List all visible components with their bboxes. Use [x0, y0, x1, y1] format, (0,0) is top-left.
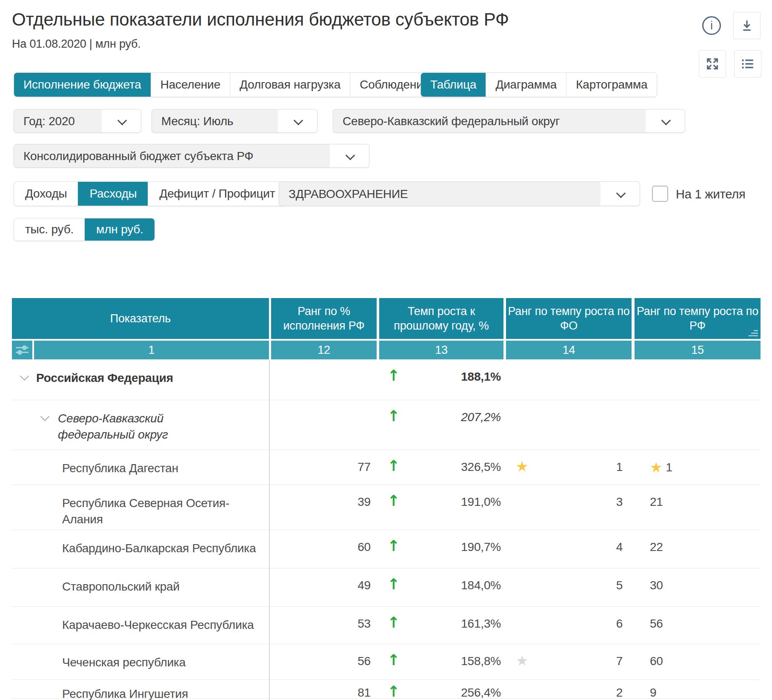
tab-incomes[interactable]: Доходы	[14, 182, 78, 206]
tabs-row: Исполнение бюджета Население Долговая на…	[0, 72, 772, 97]
growth-up-icon	[387, 684, 400, 699]
growth-up-icon	[387, 577, 400, 592]
region-name: Российская Федерация	[36, 370, 173, 386]
month-select[interactable]: Месяц: Июль	[152, 109, 317, 133]
col-header-indicator[interactable]: Показатель	[12, 298, 269, 339]
chevron-down-icon	[661, 116, 671, 126]
chevron-down-icon	[294, 116, 303, 126]
table-row-north-ossetia: Республика Северная Осетия-Алания 39 191…	[12, 485, 761, 530]
star-icon	[650, 460, 662, 474]
list-view-icon	[741, 57, 755, 71]
dashboard-page: Отдельные показатели исполнения бюджетов…	[0, 0, 772, 700]
filter-sliders-icon	[16, 345, 29, 355]
col-header-growth-rate[interactable]: Темп роста к прошлому году, %	[379, 298, 503, 339]
region-name: Карачаево-Черкесская Республика	[62, 617, 254, 633]
rank-exec-value: 81	[271, 680, 379, 698]
region-name: Республика Северная Осетия-Алания	[62, 495, 262, 528]
tab-deficit-surplus[interactable]: Дефицит / Профицит	[148, 182, 286, 206]
fullscreen-icon	[706, 57, 719, 71]
download-button[interactable]	[733, 12, 761, 39]
tab-expenses[interactable]: Расходы	[78, 182, 148, 206]
per-capita-label: На 1 жителя	[676, 187, 745, 201]
table-row-ingushetia: Республика Ингушетия 81 256,4% 2 9	[12, 680, 761, 699]
tab-million-rub[interactable]: млн руб.	[85, 218, 154, 241]
region-name: Кабардино-Балкарская Республика	[62, 540, 256, 557]
federal-district-select[interactable]: Северо-Кавказский федеральный округ	[333, 109, 685, 133]
tab-map-view[interactable]: Картограмма	[566, 73, 657, 97]
table-row-russian-federation: Российская Федерация 188,1%	[12, 360, 761, 400]
growth-value: 184,0%	[461, 579, 501, 592]
view-tabs: Таблица Диаграмма Картограмма	[420, 72, 657, 97]
growth-up-icon	[387, 615, 400, 630]
growth-up-icon	[387, 409, 400, 424]
growth-value: 188,1%	[461, 370, 501, 383]
star-icon	[516, 654, 528, 668]
col-num-14: 14	[506, 341, 632, 359]
table-body: Российская Федерация 188,1% Северо-Кавка…	[12, 360, 761, 699]
chevron-down-icon	[117, 116, 127, 126]
rank-exec-value: 53	[271, 607, 379, 644]
tab-budget-execution[interactable]: Исполнение бюджета	[14, 73, 151, 97]
year-select[interactable]: Год: 2020	[14, 109, 141, 133]
rank-rf-value: 1	[666, 461, 672, 474]
table-row-stavropol: Ставропольский край 49 184,0% 5 30	[12, 568, 761, 607]
tab-thousand-rub[interactable]: тыс. руб.	[14, 218, 85, 241]
table-header: Показатель Ранг по % исполнения РФ Темп …	[12, 298, 761, 339]
rank-fo-value: 7	[616, 654, 623, 668]
per-capita-checkbox[interactable]	[652, 186, 668, 202]
col-header-rank-growth-rf[interactable]: Ранг по темпу роста по РФ	[635, 298, 761, 339]
rank-rf-value: 21	[635, 485, 761, 530]
tab-table-view[interactable]: Таблица	[421, 73, 486, 97]
rank-rf-value: 22	[635, 530, 761, 568]
table-row-karachay-cherkessia: Карачаево-Черкесская Республика 53 161,3…	[12, 607, 761, 644]
tab-population[interactable]: Население	[151, 73, 230, 97]
rank-fo-value: 4	[506, 530, 635, 568]
rank-fo-value: 1	[616, 460, 623, 473]
budget-type-select[interactable]: Консолидированный бюджет субъекта РФ	[14, 144, 369, 168]
region-name: Ставропольский край	[62, 579, 180, 595]
rank-rf-value	[635, 400, 761, 450]
growth-value: 326,5%	[461, 460, 501, 473]
col-num-13: 13	[379, 341, 503, 359]
tab-chart-view[interactable]: Диаграмма	[486, 73, 566, 97]
rank-fo-value: 3	[506, 485, 635, 530]
growth-value: 191,0%	[461, 495, 501, 508]
growth-up-icon	[387, 653, 400, 668]
growth-value: 158,8%	[461, 654, 501, 668]
col-num-12: 12	[271, 341, 377, 359]
rank-fo-value: 5	[506, 568, 635, 606]
section-tabs: Исполнение бюджета Население Долговая на…	[14, 72, 477, 97]
rank-rf-value	[635, 360, 761, 400]
col-header-rank-growth-fo[interactable]: Ранг по темпу роста по ФО	[506, 298, 632, 339]
rank-fo-value: 6	[506, 607, 635, 644]
resize-handle-icon[interactable]	[749, 329, 758, 336]
info-icon[interactable]: i	[702, 16, 721, 35]
rank-rf-value: 56	[635, 607, 761, 644]
tab-debt-load[interactable]: Долговая нагрузка	[230, 73, 350, 97]
table-row-kabardino-balkaria: Кабардино-Балкарская Республика 60 190,7…	[12, 530, 761, 568]
chevron-down-icon	[616, 189, 626, 198]
rank-exec-value: 49	[271, 568, 379, 606]
page-title: Отдельные показатели исполнения бюджетов…	[12, 9, 509, 30]
download-icon	[740, 19, 754, 32]
collapse-chevron-icon[interactable]	[20, 372, 29, 381]
table-row-chechnya: Чеченская республика 56 158,8% 7 60	[12, 644, 761, 680]
region-name: Северо-Кавказский федеральный округ	[58, 410, 237, 443]
unit-tabs: тыс. руб. млн руб.	[14, 218, 155, 241]
column-numbers-row: 1 12 13 14 15	[12, 341, 761, 359]
collapse-chevron-icon[interactable]	[40, 412, 49, 421]
filter-settings-button[interactable]	[12, 341, 32, 359]
col-header-rank-exec-rf[interactable]: Ранг по % исполнения РФ	[271, 298, 377, 339]
rank-exec-value	[271, 360, 379, 400]
expense-category-select[interactable]: ЗДРАВООХРАНЕНИЕ	[279, 181, 640, 206]
growth-value: 190,7%	[461, 540, 501, 554]
growth-up-icon	[387, 368, 400, 383]
table-row-dagestan: Республика Дагестан 77 326,5% 1 1	[12, 450, 761, 485]
rank-fo-value	[506, 360, 635, 400]
growth-up-icon	[387, 493, 400, 508]
growth-up-icon	[387, 459, 400, 473]
rank-rf-value: 60	[635, 644, 761, 680]
col-num-1: 1	[34, 341, 269, 359]
growth-value: 161,3%	[461, 617, 501, 630]
growth-value: 256,4%	[461, 686, 501, 699]
